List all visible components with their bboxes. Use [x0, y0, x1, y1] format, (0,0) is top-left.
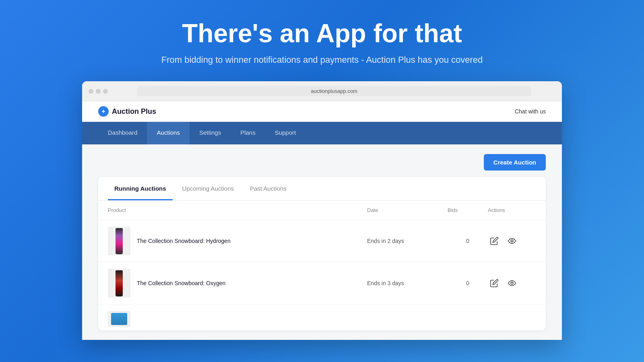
dot-yellow — [96, 89, 101, 94]
col-header-product: Product — [108, 207, 367, 213]
auction-table: Product Date Bids Actions The Collection… — [98, 201, 546, 330]
product-thumb-partial — [108, 311, 130, 327]
svg-point-0 — [511, 240, 513, 243]
browser-frame: auctionplusapp.com + Auction Plus Chat w… — [82, 81, 562, 340]
url-bar[interactable]: auctionplusapp.com — [137, 86, 531, 96]
col-header-date: Date — [367, 207, 448, 213]
chat-link[interactable]: Chat with us — [515, 108, 546, 115]
edit-icon-oxygen[interactable] — [488, 277, 501, 290]
page-toolbar: Create Auction — [98, 154, 546, 171]
actions-cell-hydrogen — [488, 234, 536, 247]
col-header-bids: Bids — [448, 207, 488, 213]
browser-window: auctionplusapp.com + Auction Plus Chat w… — [82, 81, 562, 340]
table-row: The Collection Snowboard: Oxygen Ends in… — [98, 262, 546, 304]
dot-green — [103, 89, 108, 94]
product-cell-oxygen: The Collection Snowboard: Oxygen — [108, 269, 367, 298]
hero-subtitle: From bidding to winner notifications and… — [0, 55, 644, 65]
table-row: The Collection Snowboard: Hydrogen Ends … — [98, 220, 546, 262]
product-thumb-oxygen — [108, 269, 130, 298]
product-name-oxygen: The Collection Snowboard: Oxygen — [137, 280, 225, 286]
date-cell-hydrogen: Ends in 2 days — [367, 238, 448, 244]
auction-card: Running Auctions Upcoming Auctions Past … — [98, 177, 546, 330]
table-header: Product Date Bids Actions — [98, 201, 546, 220]
snowboard-partial-image — [111, 313, 127, 325]
auction-tabs: Running Auctions Upcoming Auctions Past … — [98, 177, 546, 201]
app-header: + Auction Plus Chat with us — [82, 101, 562, 122]
create-auction-button[interactable]: Create Auction — [484, 154, 546, 171]
main-nav: Dashboard Auctions Settings Plans Suppor… — [82, 122, 562, 144]
browser-dots — [89, 89, 108, 94]
tab-past-auctions[interactable]: Past Auctions — [244, 177, 293, 200]
nav-item-support[interactable]: Support — [265, 122, 306, 144]
edit-icon-hydrogen[interactable] — [488, 234, 501, 247]
bids-cell-hydrogen: 0 — [448, 238, 488, 244]
svg-point-1 — [511, 282, 513, 285]
hero-section: There's an App for that From bidding to … — [0, 0, 644, 81]
actions-cell-oxygen — [488, 277, 536, 290]
nav-item-settings[interactable]: Settings — [190, 122, 231, 144]
date-cell-oxygen: Ends in 3 days — [367, 280, 448, 286]
view-icon-hydrogen[interactable] — [506, 234, 518, 247]
product-name-hydrogen: The Collection Snowboard: Hydrogen — [137, 238, 231, 244]
view-icon-oxygen[interactable] — [506, 277, 518, 290]
nav-item-dashboard[interactable]: Dashboard — [98, 122, 147, 144]
product-thumb-hydrogen — [108, 226, 130, 255]
nav-item-plans[interactable]: Plans — [231, 122, 265, 144]
app-logo: + Auction Plus — [98, 106, 156, 117]
col-header-actions: Actions — [488, 207, 536, 213]
nav-item-auctions[interactable]: Auctions — [147, 122, 190, 144]
table-row — [98, 304, 546, 330]
dot-red — [89, 89, 93, 94]
bids-cell-oxygen: 0 — [448, 280, 488, 286]
snowboard-oxygen-image — [116, 270, 123, 296]
browser-chrome: auctionplusapp.com — [82, 81, 562, 101]
tab-upcoming-auctions[interactable]: Upcoming Auctions — [176, 177, 240, 200]
tab-running-auctions[interactable]: Running Auctions — [108, 177, 173, 200]
page-content: Create Auction Running Auctions Upcoming… — [82, 144, 562, 340]
logo-icon: + — [98, 106, 109, 117]
logo-text: Auction Plus — [112, 107, 156, 116]
product-cell-partial — [108, 311, 367, 327]
hero-title: There's an App for that — [0, 19, 644, 47]
product-cell-hydrogen: The Collection Snowboard: Hydrogen — [108, 226, 367, 255]
snowboard-hydrogen-image — [116, 228, 123, 254]
